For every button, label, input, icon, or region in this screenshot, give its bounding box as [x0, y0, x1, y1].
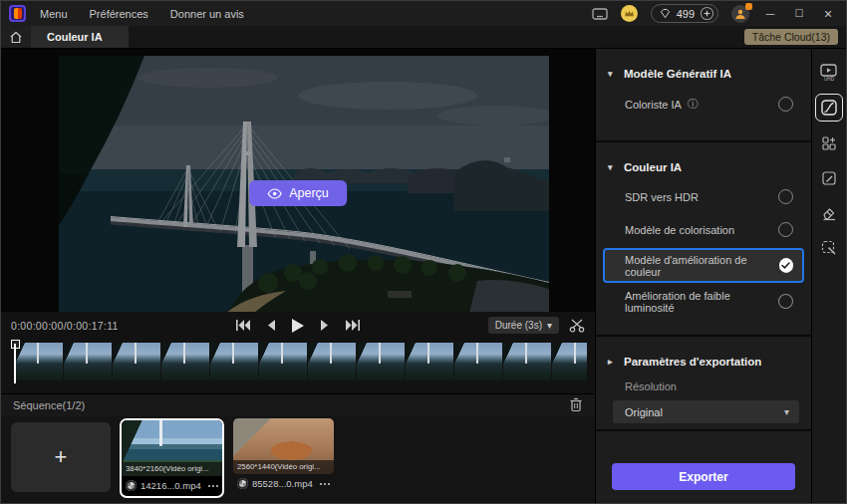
resolution-value: Original: [625, 406, 663, 418]
filmstrip-frame: [357, 343, 405, 380]
frames-add-icon[interactable]: [816, 130, 842, 156]
video-preview: Aperçu: [1, 49, 595, 312]
chevron-down-icon: ▾: [784, 406, 789, 417]
filmstrip-frame: [552, 343, 587, 380]
cut-icon[interactable]: [569, 319, 585, 333]
menu-button[interactable]: Menu: [40, 8, 68, 20]
option-amelioration-couleur[interactable]: Modèle d'amélioration de couleur: [603, 248, 804, 283]
color-wheel-icon: [237, 478, 248, 489]
maximize-button[interactable]: ☐: [791, 6, 807, 22]
more-icon[interactable]: [320, 483, 331, 486]
option-label: SDR vers HDR: [625, 191, 699, 203]
magic-select-icon[interactable]: [816, 235, 842, 261]
add-credits-icon[interactable]: [700, 6, 714, 21]
credits-value: 499: [677, 8, 695, 20]
clip-resolution: 3840*2160(Vidéo origi...: [122, 462, 222, 476]
eye-icon: [267, 188, 282, 199]
radio-unchecked[interactable]: [778, 97, 793, 112]
option-label: Coloriste IA: [625, 99, 682, 111]
apercu-button[interactable]: Aperçu: [249, 180, 347, 206]
next-frame-button[interactable]: [321, 320, 329, 331]
transport-bar: 0:00:00:00/0:00:17:11 Durée (3s) ▾: [1, 312, 595, 339]
section-export-header[interactable]: ▸ Paramètres d'exportation: [608, 337, 799, 368]
option-faible-luminosite[interactable]: Amélioration de faible luminosité: [608, 285, 799, 318]
add-clip-button[interactable]: +: [11, 422, 111, 492]
sequence-panel: Séquence(1/2) + 3840*2160(Vidéo origi...…: [1, 393, 595, 503]
export-button[interactable]: Exporter: [612, 463, 795, 490]
video-enhance-icon[interactable]: UHD: [816, 59, 842, 85]
filmstrip-frame: [308, 343, 356, 380]
prev-frame-button[interactable]: [267, 320, 275, 331]
tabbar: Couleur IA Tâche Cloud(13): [1, 26, 846, 49]
notification-badge: [745, 3, 752, 10]
app-window: Menu Préférences Donner un avis 499 ─ ☐ …: [0, 0, 847, 504]
resolution-label: Résolution: [625, 380, 799, 392]
clip-card-1[interactable]: 3840*2160(Vidéo origi... 14216...0.mp4: [120, 418, 224, 498]
minimize-button[interactable]: ─: [762, 6, 778, 22]
radio-checked-icon[interactable]: [779, 258, 793, 273]
option-label: Modèle d'amélioration de couleur: [625, 254, 779, 278]
duration-dropdown[interactable]: Durée (3s) ▾: [488, 317, 559, 334]
clip-thumbnail-bridge: 3840*2160(Vidéo origi...: [122, 420, 222, 476]
feedback-button[interactable]: Donner un avis: [170, 8, 244, 20]
chevron-down-icon: ▾: [547, 320, 552, 331]
filmstrip-frame: [161, 343, 209, 380]
option-coloriste-ia[interactable]: Coloriste IA ⓘ: [608, 88, 799, 121]
filmstrip-frame: [210, 343, 258, 380]
settings-panel: ▾ Modèle Génératif IA Coloriste IA ⓘ ▾ C…: [595, 49, 811, 503]
eraser-icon[interactable]: [816, 200, 842, 226]
credits-counter[interactable]: 499: [651, 4, 718, 23]
close-button[interactable]: ×: [820, 6, 836, 22]
section-generative-header[interactable]: ▾ Modèle Génératif IA: [608, 49, 799, 80]
more-icon[interactable]: [208, 485, 219, 488]
skip-start-button[interactable]: [236, 320, 250, 331]
caret-down-icon: ▾: [608, 162, 616, 172]
section-title: Modèle Génératif IA: [624, 68, 731, 80]
radio-unchecked[interactable]: [778, 294, 793, 309]
cloud-task-button[interactable]: Tâche Cloud(13): [744, 29, 838, 45]
diamond-icon: [659, 8, 672, 19]
filmstrip-frame: [15, 343, 63, 380]
caret-down-icon: ▾: [608, 69, 616, 79]
apercu-label: Aperçu: [289, 186, 329, 200]
preferences-button[interactable]: Préférences: [90, 8, 148, 20]
filmstrip-frame: [259, 343, 307, 380]
clip-resolution: 2560*1440(Vidéo origi...: [233, 460, 334, 474]
resolution-dropdown[interactable]: Original ▾: [613, 400, 799, 423]
play-button[interactable]: [292, 319, 304, 333]
caret-right-icon: ▸: [608, 357, 616, 367]
option-colorisation[interactable]: Modèle de colorisation: [608, 213, 799, 246]
timecode: 0:00:00:00/0:00:17:11: [11, 320, 119, 332]
filmstrip-frame: [503, 343, 551, 380]
monitor-icon[interactable]: [592, 7, 608, 21]
clip-card-2[interactable]: 2560*1440(Vidéo origi... 85528...0.mp4: [233, 418, 334, 494]
radio-unchecked[interactable]: [778, 189, 793, 204]
option-sdr-hdr[interactable]: SDR vers HDR: [608, 180, 799, 213]
tab-couleur-ia[interactable]: Couleur IA: [31, 26, 129, 48]
trash-icon[interactable]: [569, 397, 583, 412]
edit-icon[interactable]: [816, 165, 842, 191]
clip-thumbnail-cat: 2560*1440(Vidéo origi...: [233, 418, 334, 474]
filmstrip-frames: [15, 343, 587, 380]
radio-unchecked[interactable]: [778, 222, 793, 237]
svg-text:UHD: UHD: [824, 77, 835, 82]
filmstrip-frame: [406, 343, 453, 380]
info-icon[interactable]: ⓘ: [688, 97, 699, 112]
playhead[interactable]: [11, 340, 20, 384]
section-title: Couleur IA: [624, 161, 682, 173]
option-label: Modèle de colorisation: [625, 224, 734, 236]
app-logo-icon: [9, 5, 26, 22]
home-icon: [9, 31, 23, 44]
skip-end-button[interactable]: [346, 320, 360, 331]
timeline-filmstrip[interactable]: [1, 339, 595, 393]
account-avatar[interactable]: [731, 5, 749, 23]
toolstrip: UHD: [811, 49, 846, 503]
home-button[interactable]: [1, 26, 31, 48]
color-curve-icon[interactable]: [815, 94, 843, 122]
sequence-title: Séquence(1/2): [13, 399, 85, 411]
duration-label: Durée (3s): [495, 320, 542, 331]
filmstrip-frame: [454, 343, 502, 380]
vip-crown-icon[interactable]: [621, 5, 638, 22]
option-label: Amélioration de faible luminosité: [625, 290, 778, 314]
section-couleur-header[interactable]: ▾ Couleur IA: [608, 142, 799, 173]
